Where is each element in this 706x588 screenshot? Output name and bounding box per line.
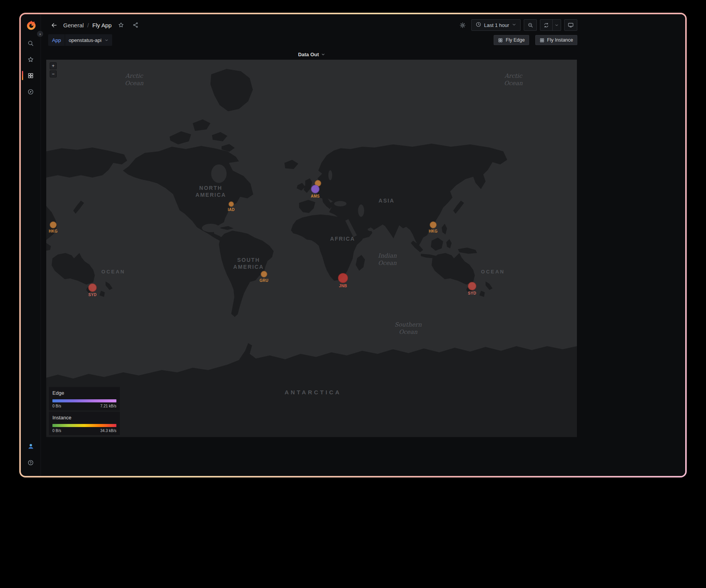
map-point-label: AMS (311, 194, 319, 198)
map-point-label: HKG (429, 229, 437, 233)
breadcrumb: General / Fly App (63, 22, 112, 28)
favorite-star-icon[interactable] (116, 20, 126, 30)
legend-instance-title: Instance (52, 415, 116, 420)
main-area: General / Fly App (41, 14, 685, 476)
panel-title-menu[interactable]: Data Out (46, 49, 577, 60)
legend-edge-max: 7.21 kB/s (100, 404, 116, 408)
help-icon[interactable] (25, 457, 36, 468)
map-point-label: HKG (49, 229, 57, 233)
map-region-label: Arctic Ocean (504, 72, 523, 87)
panel-title: Data Out (298, 52, 319, 57)
grid-icon (498, 38, 503, 43)
map-region-label: Arctic Ocean (125, 72, 143, 87)
app-variable-label: App (48, 34, 65, 46)
starred-dashboards-icon[interactable] (25, 54, 36, 65)
map-region-label: OCEAN (481, 269, 505, 275)
breadcrumb-folder[interactable]: General (63, 22, 84, 28)
map-data-point-syd[interactable] (468, 282, 476, 290)
app-variable-select[interactable]: openstatus-api (65, 34, 112, 46)
map-region-label: AFRICA (330, 235, 355, 242)
explore-compass-icon[interactable] (25, 86, 36, 97)
map-zoom-controls: + − (50, 62, 57, 79)
user-avatar-icon[interactable] (25, 441, 36, 452)
map-point-label: SYD (88, 293, 96, 297)
map-data-point-hkg[interactable] (430, 221, 437, 228)
grafana-window: › General / Fly App (21, 14, 685, 476)
fly-instance-label: Fly Instance (547, 37, 573, 43)
dashboard-settings-gear-icon[interactable] (457, 20, 468, 30)
app-variable: App openstatus-api (48, 34, 112, 46)
refresh-icon[interactable] (540, 20, 552, 30)
map-data-point-jnb[interactable] (338, 273, 348, 283)
time-range-label: Last 1 hour (484, 22, 509, 28)
map-region-label: Indian Ocean (378, 252, 397, 267)
map-region-label: Southern Ocean (395, 321, 422, 336)
share-icon[interactable] (130, 20, 141, 30)
legend-instance-gradient-bar (52, 424, 116, 427)
window-frame: › General / Fly App (19, 13, 687, 477)
grafana-logo[interactable] (25, 20, 37, 31)
chevron-down-icon (321, 52, 325, 57)
map-data-point-iad[interactable] (229, 201, 234, 207)
fly-instance-link[interactable]: Fly Instance (535, 35, 577, 45)
map-data-point-hkg[interactable] (50, 221, 57, 228)
grid-icon (540, 38, 545, 43)
fly-edge-link[interactable]: Fly Edge (494, 35, 529, 45)
dashboards-grid-icon[interactable] (25, 70, 36, 81)
dashboard-header: General / Fly App (41, 17, 577, 33)
map-data-point-ams[interactable] (311, 185, 319, 193)
cycle-view-tv-icon[interactable] (564, 19, 577, 31)
legend-edge-title: Edge (52, 390, 116, 396)
map-region-label: SOUTH AMERICA (233, 256, 264, 270)
legend-instance-max: 34.3 kB/s (100, 429, 116, 433)
map-zoom-in-button[interactable]: + (50, 62, 57, 69)
map-point-label: SYD (468, 291, 476, 295)
world-map[interactable]: + − Arctic OceanArctic OceanNORTH AMERIC… (46, 60, 577, 437)
refresh-group (540, 19, 561, 31)
map-point-label: JNB (339, 284, 347, 288)
refresh-interval-chevron-icon[interactable] (552, 20, 561, 30)
legend-edge-min: 0 B/s (52, 404, 61, 408)
back-arrow-icon[interactable] (49, 20, 59, 30)
variables-toolbar: App openstatus-api Fly Edge (41, 34, 577, 47)
map-region-label: NORTH AMERICA (195, 184, 226, 198)
map-points-layer: HKGIADAMSGRUJNBSYDHKGSYD (46, 60, 577, 437)
sidebar: › (21, 14, 41, 476)
chevron-down-icon (512, 22, 516, 28)
fly-edge-label: Fly Edge (506, 37, 524, 43)
map-data-point-syd[interactable] (88, 283, 97, 292)
map-region-label: OCEAN (101, 269, 125, 275)
map-legend: Edge 0 B/s 7.21 kB/s Instance 0 B/s 34.3… (49, 387, 120, 435)
map-point-label: IAD (228, 208, 235, 212)
sidebar-expand-chevron-icon[interactable]: › (37, 30, 44, 37)
map-zoom-out-button[interactable]: − (50, 70, 57, 77)
legend-instance-min: 0 B/s (52, 429, 61, 433)
breadcrumb-dashboard[interactable]: Fly App (92, 22, 112, 28)
chevron-down-icon (104, 38, 109, 42)
map-point-label: GRU (259, 278, 268, 283)
legend-instance: Instance 0 B/s 34.3 kB/s (49, 412, 120, 435)
map-region-label: ASIA (378, 197, 394, 204)
time-range-picker[interactable]: Last 1 hour (471, 19, 521, 31)
clock-icon (476, 22, 481, 28)
legend-edge-gradient-bar (52, 399, 116, 402)
app-variable-value: openstatus-api (69, 37, 101, 43)
map-data-point-gru[interactable] (261, 271, 267, 278)
search-icon[interactable] (25, 38, 36, 49)
map-region-label: ANTARCTICA (284, 389, 341, 396)
legend-edge: Edge 0 B/s 7.21 kB/s (49, 387, 120, 410)
zoom-out-time-icon[interactable] (524, 19, 537, 31)
breadcrumb-separator: / (87, 22, 89, 28)
